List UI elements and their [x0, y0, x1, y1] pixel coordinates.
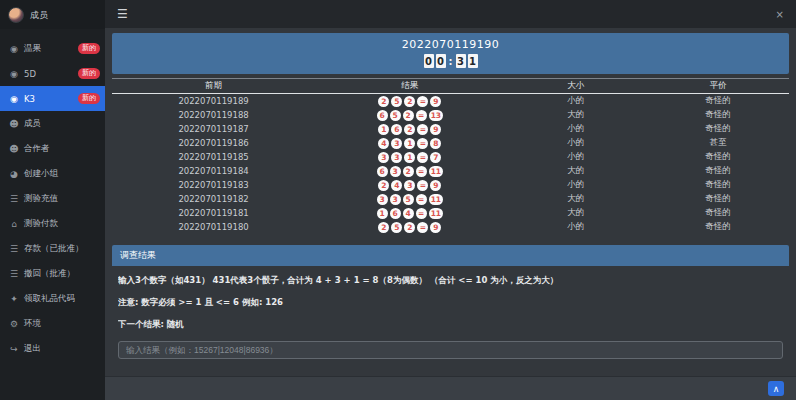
dice-result-cell: 652=13	[315, 110, 505, 121]
user-header: 成员	[0, 0, 105, 29]
sum-ball: 13	[429, 110, 443, 121]
size-cell: 大的	[505, 165, 647, 177]
sidebar-item[interactable]: ◉ K3 新的	[0, 86, 105, 111]
dice-ball: 3	[377, 194, 388, 205]
sidebar-item[interactable]: ☻ 合作者	[0, 136, 105, 161]
dice-ball: 1	[378, 124, 389, 135]
content: 2022070119190 00:31 前期结果大小平价 20220701191…	[105, 28, 796, 376]
dice-ball: 5	[391, 222, 402, 233]
dice-ball: 5	[390, 110, 401, 121]
sidebar-item-label: 领取礼品代码	[24, 293, 75, 305]
column-header: 平价	[647, 80, 789, 92]
table-row: 2022070119181 164=11 大的 奇怪的	[112, 206, 789, 220]
sum-ball: 9	[430, 96, 441, 107]
sidebar-item-label: 环境	[24, 318, 41, 330]
sidebar-item[interactable]: ☰ 存款（已批准）	[0, 236, 105, 261]
size-cell: 小的	[505, 137, 647, 149]
size-cell: 小的	[505, 95, 647, 107]
parity-cell: 奇怪的	[647, 151, 789, 163]
size-cell: 大的	[505, 207, 647, 219]
sidebar-menu: ◉ 温果 新的 ◉ 5D 新的 ◉ K3 新的 ☻	[0, 36, 105, 361]
period-cell: 2022070119181	[112, 208, 315, 218]
fullscreen-toggle-icon[interactable]: ×	[776, 9, 784, 20]
sidebar-item[interactable]: ⚙ 环境	[0, 311, 105, 336]
table-body: 2022070119189 252=9 小的 奇怪的 2022070119188…	[112, 94, 789, 234]
parity-cell: 奇怪的	[647, 207, 789, 219]
main-area: ☰ × 2022070119190 00:31 前期结果大小平价 2022070…	[105, 0, 796, 400]
footer: ∧	[105, 376, 796, 400]
sum-ball: 11	[429, 194, 443, 205]
sidebar-item[interactable]: ✦ 领取礼品代码	[0, 286, 105, 311]
parity-cell: 甚至	[647, 137, 789, 149]
sidebar-item[interactable]: ◉ 温果 新的	[0, 36, 105, 61]
scroll-top-button[interactable]: ∧	[768, 381, 784, 396]
dice-ball: 4	[403, 208, 414, 219]
dice-ball: 6	[391, 124, 402, 135]
dice-ball: 5	[391, 96, 402, 107]
size-cell: 大的	[505, 109, 647, 121]
sidebar-item-label: 成员	[24, 118, 41, 130]
equals-ball: =	[417, 124, 428, 135]
size-cell: 小的	[505, 151, 647, 163]
dice-ball: 2	[404, 96, 415, 107]
sidebar-item-label: 5D	[24, 69, 36, 79]
dice-result-cell: 164=11	[315, 208, 505, 219]
sidebar-item-label: 测验充值	[24, 193, 58, 205]
sidebar-item[interactable]: ⌂ 测验付款	[0, 211, 105, 236]
survey-results-panel: 调查结果 输入3个数字（如431） 431代表3个骰子，合计为 4 + 3 + …	[112, 245, 789, 376]
panel-body: 输入3个数字（如431） 431代表3个骰子，合计为 4 + 3 + 1 = 8…	[112, 266, 789, 376]
table-row: 2022070119185 331=7 小的 奇怪的	[112, 150, 789, 164]
sidebar-item[interactable]: ☰ 撤回（批准）	[0, 261, 105, 286]
sum-ball: 9	[430, 222, 441, 233]
sum-ball: 9	[430, 180, 441, 191]
sidebar-item-label: 退出	[24, 343, 41, 355]
sidebar-item-label: K3	[24, 94, 35, 104]
countdown-digit: 1	[468, 54, 478, 68]
dice-ball: 1	[377, 208, 388, 219]
equals-ball: =	[416, 110, 427, 121]
result-input[interactable]	[118, 341, 783, 359]
period-cell: 2022070119180	[112, 222, 315, 232]
bank-icon: ⌂	[8, 219, 20, 229]
game-icon: ◉	[8, 69, 20, 79]
sum-ball: 9	[430, 124, 441, 135]
equals-ball: =	[416, 166, 427, 177]
sidebar-item-label: 撤回（批准）	[24, 268, 75, 280]
menu-toggle-icon[interactable]: ☰	[117, 7, 128, 21]
dice-result-cell: 252=9	[315, 222, 505, 233]
column-header: 大小	[505, 80, 647, 92]
dice-ball: 1	[404, 138, 415, 149]
sidebar-item[interactable]: ◕ 创建小组	[0, 161, 105, 186]
table-row: 2022070119180 252=9 小的 奇怪的	[112, 220, 789, 234]
table-row: 2022070119183 243=9 小的 奇怪的	[112, 178, 789, 192]
dice-result-cell: 331=7	[315, 152, 505, 163]
period-cell: 2022070119186	[112, 138, 315, 148]
list-icon: ☰	[8, 244, 20, 254]
dice-ball: 2	[378, 96, 389, 107]
logout-icon: ↪	[8, 344, 20, 354]
dice-ball: 3	[391, 152, 402, 163]
table-row: 2022070119186 431=8 小的 甚至	[112, 136, 789, 150]
sidebar-item[interactable]: ☰ 测验充值	[0, 186, 105, 211]
table-row: 2022070119188 652=13 大的 奇怪的	[112, 108, 789, 122]
period-cell: 2022070119189	[112, 96, 315, 106]
sidebar-item[interactable]: ◉ 5D 新的	[0, 61, 105, 86]
pie-chart-icon: ◕	[8, 169, 20, 179]
sidebar-item[interactable]: ↪ 退出	[0, 336, 105, 361]
sidebar-item-label: 合作者	[24, 143, 50, 155]
gear-icon: ⚙	[8, 319, 20, 329]
dice-result-cell: 243=9	[315, 180, 505, 191]
next-result-label: 下一个结果: 随机	[118, 319, 783, 331]
countdown-timer: 00:31	[112, 54, 789, 68]
table-header-row: 前期结果大小平价	[112, 79, 789, 94]
new-badge: 新的	[78, 93, 100, 104]
size-cell: 小的	[505, 123, 647, 135]
equals-ball: =	[416, 208, 427, 219]
topbar: ☰ ×	[105, 0, 796, 28]
sum-ball: 8	[430, 138, 441, 149]
equals-ball: =	[417, 138, 428, 149]
sidebar-item-label: 温果	[24, 43, 41, 55]
sidebar-item[interactable]: ☻ 成员	[0, 111, 105, 136]
sidebar-item-label: 存款（已批准）	[24, 243, 84, 255]
equals-ball: =	[416, 194, 427, 205]
